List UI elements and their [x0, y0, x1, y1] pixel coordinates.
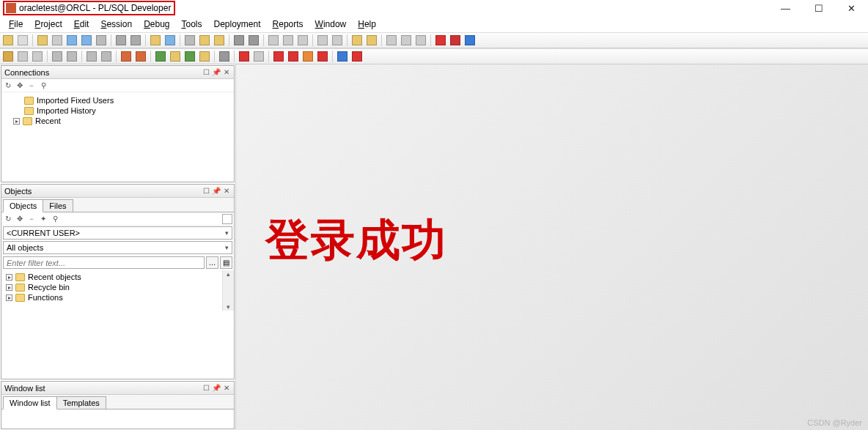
- toolbar-button[interactable]: [65, 34, 78, 47]
- toolbar-button[interactable]: [252, 50, 265, 63]
- maximize-button[interactable]: ☐: [802, 0, 835, 16]
- panel-close-icon[interactable]: ✕: [222, 68, 231, 76]
- menu-file[interactable]: File: [4, 18, 27, 31]
- toolbar-button[interactable]: [301, 50, 315, 63]
- toolbar-button[interactable]: [400, 34, 413, 47]
- toolbar-button[interactable]: [154, 50, 167, 63]
- connections-tree[interactable]: Imported Fixed UsersImported History▸Rec…: [1, 92, 234, 182]
- toolbar-button[interactable]: [336, 50, 349, 63]
- tree-item[interactable]: ▸Functions: [4, 292, 218, 303]
- toolbar-button[interactable]: [31, 50, 44, 63]
- tab-files[interactable]: Files: [43, 199, 73, 212]
- tree-item[interactable]: ▸Recent objects: [4, 272, 218, 282]
- expand-icon[interactable]: ▸: [6, 284, 12, 291]
- panel-restore-icon[interactable]: ☐: [202, 68, 210, 76]
- toolbar-button[interactable]: [51, 34, 64, 47]
- menu-project[interactable]: Project: [30, 18, 66, 31]
- toolbar-button[interactable]: [287, 50, 300, 63]
- toolbar-button[interactable]: [183, 34, 196, 47]
- close-button[interactable]: ✕: [835, 0, 868, 16]
- add-icon[interactable]: ✥: [15, 81, 25, 91]
- toolbar-button[interactable]: [85, 50, 98, 63]
- toolbar-button[interactable]: [129, 34, 142, 47]
- tree-item[interactable]: ▸Recent: [4, 116, 231, 126]
- menu-debug[interactable]: Debug: [139, 18, 174, 31]
- panel-pin-icon[interactable]: 📌: [212, 187, 221, 195]
- toolbar-button[interactable]: [350, 34, 364, 47]
- filter-more-button[interactable]: …: [206, 256, 218, 269]
- toolbar-button[interactable]: [449, 34, 462, 47]
- tree-item[interactable]: Imported Fixed Users: [4, 95, 231, 105]
- toolbar-button[interactable]: [51, 50, 64, 63]
- toolbar-button[interactable]: [213, 34, 226, 47]
- expand-icon[interactable]: ▸: [6, 274, 12, 281]
- refresh-icon[interactable]: ↻: [3, 81, 13, 91]
- toolbar-button[interactable]: [282, 34, 295, 47]
- minus-icon[interactable]: －: [26, 214, 37, 224]
- minus-icon[interactable]: －: [26, 81, 37, 91]
- toolbar-button[interactable]: [100, 50, 113, 63]
- link-icon[interactable]: ⚲: [38, 81, 48, 91]
- toolbar-button[interactable]: [272, 50, 285, 63]
- toolbar-button[interactable]: [149, 34, 162, 47]
- tree-item[interactable]: Imported History: [4, 105, 231, 116]
- toolbar-button[interactable]: [331, 34, 344, 47]
- toolbar-button[interactable]: [434, 34, 447, 47]
- toolbar-button[interactable]: [183, 50, 196, 63]
- toolbar-button[interactable]: [247, 34, 260, 47]
- menu-window[interactable]: Window: [311, 18, 351, 31]
- toolbar-button[interactable]: [218, 50, 231, 63]
- toolbar-button[interactable]: [238, 50, 251, 63]
- toolbar-button[interactable]: [316, 34, 329, 47]
- menu-tools[interactable]: Tools: [177, 18, 207, 31]
- toolbar-button[interactable]: [1, 50, 15, 63]
- expand-icon[interactable]: ▸: [6, 294, 12, 301]
- current-user-combo[interactable]: <CURRENT USER> ▾: [3, 226, 232, 240]
- refresh-icon[interactable]: ↻: [3, 214, 13, 224]
- toolbar-button[interactable]: [65, 50, 78, 63]
- toolbar-button[interactable]: [316, 50, 329, 63]
- toolbar-button[interactable]: [385, 34, 398, 47]
- panel-restore-icon[interactable]: ☐: [202, 384, 210, 392]
- toolbar-button[interactable]: [16, 34, 29, 47]
- toolbar-button[interactable]: [350, 50, 364, 63]
- panel-pin-icon[interactable]: 📌: [212, 68, 221, 76]
- toolbar-button[interactable]: [36, 34, 49, 47]
- expand-icon[interactable]: ▸: [13, 118, 20, 125]
- minimize-button[interactable]: —: [769, 0, 802, 16]
- toolbar-button[interactable]: [134, 50, 147, 63]
- star-icon[interactable]: ✦: [38, 214, 48, 224]
- menu-session[interactable]: Session: [96, 18, 136, 31]
- toolbar-button[interactable]: [296, 34, 309, 47]
- tab-objects[interactable]: Objects: [3, 199, 43, 212]
- toolbar-button[interactable]: [95, 34, 108, 47]
- objects-tree[interactable]: ▸Recent objects▸Recycle bin▸Functions ▴▾: [1, 270, 234, 311]
- menu-deployment[interactable]: Deployment: [210, 18, 265, 31]
- filter-input[interactable]: [3, 256, 205, 269]
- toolbar-button[interactable]: [414, 34, 427, 47]
- toolbar-button[interactable]: [169, 50, 182, 63]
- panel-close-icon[interactable]: ✕: [222, 187, 231, 195]
- tab-templates[interactable]: Templates: [56, 396, 106, 409]
- toolbar-button[interactable]: [463, 34, 477, 47]
- scope-combo[interactable]: All objects ▾: [3, 241, 232, 254]
- add-icon[interactable]: ✥: [15, 214, 25, 224]
- scrollbar[interactable]: ▴▾: [222, 270, 234, 311]
- menu-help[interactable]: Help: [353, 18, 380, 31]
- toolbar-button[interactable]: [119, 50, 133, 63]
- menu-edit[interactable]: Edit: [70, 18, 94, 31]
- toolbar-button[interactable]: [267, 34, 280, 47]
- toolbar-button[interactable]: [198, 50, 211, 63]
- toolbar-button[interactable]: [1, 34, 15, 47]
- toolbar-button[interactable]: [80, 34, 93, 47]
- tree-item[interactable]: ▸Recycle bin: [4, 282, 218, 292]
- toolbar-button[interactable]: [114, 34, 128, 47]
- toolbar-button[interactable]: [163, 34, 177, 47]
- panel-restore-icon[interactable]: ☐: [202, 187, 210, 195]
- toolbar-button[interactable]: [16, 50, 29, 63]
- toolbar-button[interactable]: [198, 34, 211, 47]
- toolbar-button[interactable]: [365, 34, 378, 47]
- link-icon[interactable]: ⚲: [50, 214, 60, 224]
- filter-apply-button[interactable]: ▤: [220, 256, 232, 269]
- menu-reports[interactable]: Reports: [268, 18, 308, 31]
